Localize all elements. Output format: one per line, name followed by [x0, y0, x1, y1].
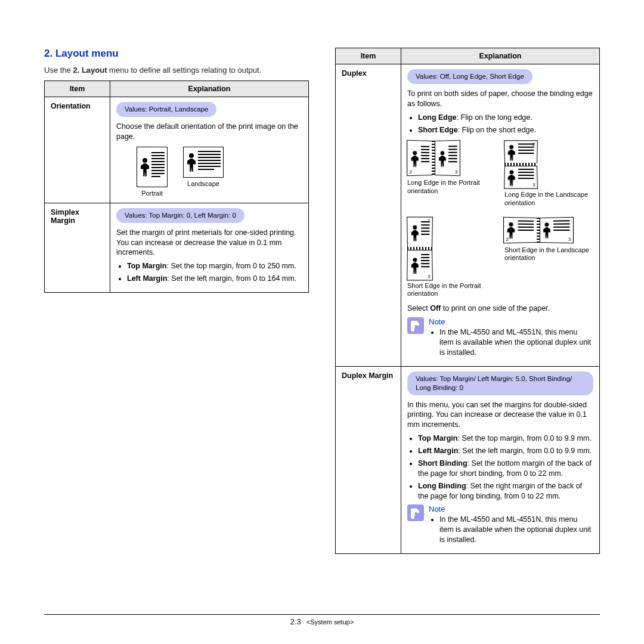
person-icon — [439, 151, 446, 168]
section-number: 2. — [44, 48, 52, 59]
item-simplex-margin: Simplex Margin — [45, 203, 110, 292]
page-body: 2. Layout menu Use the 2. Layout menu to… — [0, 0, 644, 554]
section-title-text: Layout menu — [55, 48, 119, 59]
duplex-margin-list: Top Margin: Set the top margin, from 0.0… — [407, 434, 593, 501]
right-column: Item Explanation Duplex Values: Off, Lon… — [335, 48, 600, 554]
intro-prefix: Use the — [44, 66, 73, 75]
text-lines-icon — [151, 152, 165, 179]
exp-simplex-margin: Values: Top Margin: 0, Left Margin: 0 Se… — [110, 203, 309, 292]
note-icon — [407, 317, 424, 334]
text-lines-icon — [553, 220, 569, 233]
portrait-sheet-icon — [137, 147, 168, 187]
text-lines-icon — [518, 169, 534, 181]
bold-term: Short Edge — [418, 126, 458, 134]
values-pill: Values: Top Margin/ Left Margin: 5.0, Sh… — [407, 371, 593, 395]
section-heading: 2. Layout menu — [44, 48, 309, 60]
portrait-caption: Portrait — [137, 190, 168, 197]
list-item: Left Margin: Set the left margin, from 0… — [418, 446, 593, 456]
list-text: : Set the top margin, from 0.0 to 9.9 mm… — [457, 434, 591, 442]
text-lines-icon — [421, 254, 429, 269]
note-label: Note — [429, 504, 593, 513]
th-item: Item — [336, 48, 401, 64]
person-icon — [187, 153, 196, 172]
list-text: : Set the left margin, from 0.0 to 9.9 m… — [458, 447, 592, 455]
landscape-sheet-icon — [183, 147, 224, 178]
table-row: Simplex Margin Values: Top Margin: 0, Le… — [45, 203, 309, 292]
list-item: Short Binding: Set the bottom margin of … — [418, 459, 593, 479]
text-lines-icon — [421, 146, 429, 165]
page-corner-3: 3 — [532, 182, 535, 188]
text-lines-icon — [448, 146, 457, 165]
simplex-margin-desc: Set the margin of print meterials for on… — [116, 228, 302, 258]
select-bold: Off — [430, 304, 441, 312]
person-icon — [411, 225, 419, 242]
exp-duplex: Values: Off, Long Edge, Short Edge To pr… — [401, 64, 600, 367]
th-item: Item — [45, 81, 110, 97]
section-intro: Use the 2. Layout menu to define all set… — [44, 66, 309, 75]
page-number: 2.3 — [290, 617, 301, 626]
cap-short-edge-landscape: Short Edge in the Landscape orientation — [504, 246, 593, 262]
values-pill: Values: Portrait, Landscape — [116, 102, 216, 117]
page-corner-3: 3 — [568, 236, 571, 242]
exp-orientation: Values: Portrait, Landscape Choose the d… — [110, 97, 309, 203]
list-item: Top Margin: Set the top margin, from 0.0… — [418, 434, 593, 444]
note-block: Note In the ML-4550 and ML-4551N, this m… — [407, 317, 593, 361]
left-column: 2. Layout menu Use the 2. Layout menu to… — [44, 48, 309, 554]
person-icon — [411, 258, 419, 274]
page-corner-3: 3 — [455, 169, 458, 175]
orientation-diagrams: Portrait Landscape — [116, 147, 302, 197]
list-text: : Flip on the long edge. — [457, 113, 532, 122]
bold-term: Left Margin — [127, 274, 167, 283]
note-text: In the ML-4550 and ML-4551N, this menu i… — [439, 327, 593, 358]
note-label: Note — [429, 317, 593, 326]
values-pill: Values: Off, Long Edge, Short Edge — [407, 69, 532, 84]
intro-bold: 2. Layout — [73, 66, 107, 75]
select-suffix: to print on one side of the paper. — [441, 304, 550, 312]
page-corner-2: 2 — [532, 142, 535, 147]
th-explanation: Explanation — [401, 48, 600, 64]
bold-term: Left Margin — [418, 447, 458, 455]
duplex-desc: To print on both sides of paper, choose … — [407, 89, 593, 109]
note-body: Note In the ML-4550 and ML-4551N, this m… — [429, 317, 593, 361]
long-edge-landscape-diagram: 2 3 Long Edge in — [504, 141, 593, 206]
bold-term: Short Binding — [418, 459, 467, 467]
cap-short-edge-portrait: Short Edge in the Portrait orientation — [407, 282, 496, 298]
th-explanation: Explanation — [110, 81, 309, 97]
page-corner-3: 3 — [428, 274, 431, 280]
intro-suffix: menu to define all settings relating to … — [107, 66, 262, 75]
list-text: : Flip on the short edge. — [458, 126, 536, 134]
duplex-list: Long Edge: Flip on the long edge. Short … — [407, 113, 593, 135]
note-icon — [407, 504, 424, 521]
page-corner-2: 2 — [506, 236, 509, 242]
table-row: Duplex Values: Off, Long Edge, Short Edg… — [336, 64, 600, 367]
item-duplex-margin: Duplex Margin — [336, 366, 401, 553]
cap-long-edge-landscape: Long Edge in the Landscape orientation — [504, 191, 593, 206]
text-lines-icon — [518, 144, 534, 156]
table-header-row: Item Explanation — [336, 48, 600, 64]
right-table: Item Explanation Duplex Values: Off, Lon… — [335, 48, 600, 554]
item-orientation: Orientation — [45, 97, 110, 203]
select-off-text: Select Off to print on one side of the p… — [407, 304, 593, 314]
text-lines-icon — [518, 220, 534, 233]
note-body: Note In the ML-4550 and ML-4551N, this m… — [429, 504, 593, 549]
note-text: In the ML-4550 and ML-4551N, this menu i… — [439, 515, 593, 545]
landscape-caption: Landscape — [183, 180, 224, 187]
cap-long-edge-portrait: Long Edge in the Portrait orientation — [407, 179, 496, 194]
person-icon — [543, 222, 550, 239]
bold-term: Long Binding — [418, 482, 466, 490]
portrait-diagram: Portrait — [137, 147, 168, 197]
list-item: Short Edge: Flip on the short edge. — [418, 125, 593, 135]
list-item: Long Binding: Set the right margin of th… — [418, 481, 593, 501]
page-corner-2: 2 — [428, 218, 431, 224]
short-edge-portrait-diagram: 2 3 Short Edge i — [407, 218, 496, 298]
page-footer: 2.3 <System setup> — [44, 614, 600, 626]
duplex-margin-desc: In this menu, you can set the margins fo… — [407, 400, 593, 431]
values-pill: Values: Top Margin: 0, Left Margin: 0 — [116, 208, 244, 223]
landscape-diagram: Landscape — [183, 147, 224, 197]
short-edge-landscape-diagram: 2 3 Short Edge i — [504, 218, 593, 298]
page-corner-2: 2 — [409, 169, 412, 175]
item-duplex: Duplex — [336, 64, 401, 367]
note-block: Note In the ML-4550 and ML-4551N, this m… — [407, 504, 593, 549]
person-icon — [411, 151, 419, 168]
table-header-row: Item Explanation — [45, 81, 309, 97]
